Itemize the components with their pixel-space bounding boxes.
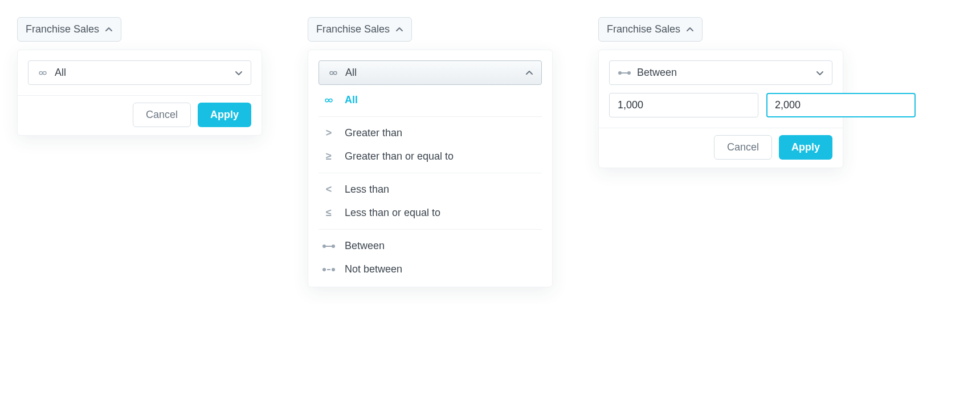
operator-option-lte[interactable]: ≤Less than or equal to: [318, 201, 542, 225]
filter-panel: All Cancel Apply: [17, 50, 262, 136]
operator-select[interactable]: All: [28, 60, 251, 85]
dropdown-separator: [318, 116, 542, 117]
filter-chip[interactable]: Franchise Sales: [17, 17, 121, 42]
dropdown-separator: [318, 229, 542, 230]
cancel-button[interactable]: Cancel: [133, 103, 191, 127]
between-icon: [618, 70, 631, 76]
chevron-up-icon: [105, 26, 113, 34]
filter-chip[interactable]: Franchise Sales: [598, 17, 703, 42]
range-to-input[interactable]: [766, 93, 916, 117]
operator-option-label: Greater than or equal to: [345, 150, 454, 162]
svg-point-5: [332, 268, 335, 271]
chevron-down-icon: [816, 69, 824, 77]
action-row: Cancel Apply: [28, 103, 251, 127]
filter-state-open: Franchise Sales All All>Greater than≥Gre…: [308, 17, 553, 287]
apply-button[interactable]: Apply: [198, 103, 251, 127]
gte-icon: ≥: [322, 150, 336, 162]
operator-option-label: Greater than: [345, 127, 402, 139]
svg-point-8: [627, 71, 631, 75]
infinity-icon: [36, 69, 49, 77]
between-icon: [322, 243, 336, 250]
range-inputs: [609, 93, 832, 117]
operator-option-not_between[interactable]: Not between: [318, 258, 542, 281]
operator-select-label: All: [345, 67, 520, 79]
operator-option-between[interactable]: Between: [318, 234, 542, 258]
operator-select[interactable]: Between: [609, 60, 832, 85]
cancel-button[interactable]: Cancel: [714, 135, 772, 160]
operator-option-label: Not between: [345, 263, 402, 275]
lt-icon: <: [322, 184, 336, 196]
svg-point-6: [618, 71, 622, 75]
range-from-input[interactable]: [609, 93, 758, 117]
chevron-down-icon: [235, 69, 243, 77]
filter-chip[interactable]: Franchise Sales: [308, 17, 412, 42]
lte-icon: ≤: [322, 207, 336, 219]
svg-point-2: [332, 245, 335, 248]
filter-panel-open: All All>Greater than≥Greater than or equ…: [308, 50, 553, 287]
operator-select-label: Between: [637, 67, 810, 79]
dropdown-separator: [318, 173, 542, 173]
filter-chip-label: Franchise Sales: [316, 23, 390, 35]
operator-select[interactable]: All: [318, 60, 542, 85]
svg-point-0: [322, 245, 326, 248]
operator-select-label: All: [55, 67, 229, 79]
operator-option-label: All: [345, 94, 358, 106]
filter-state-closed: Franchise Sales All Cancel Apply: [17, 17, 262, 136]
operator-options-list: All>Greater than≥Greater than or equal t…: [318, 85, 542, 281]
filter-state-between: Franchise Sales Between Cancel: [598, 17, 843, 168]
chevron-up-icon: [686, 26, 694, 34]
action-row: Cancel Apply: [609, 135, 832, 160]
operator-option-all[interactable]: All: [318, 88, 542, 112]
divider: [18, 95, 262, 96]
notbetween-icon: [322, 266, 336, 273]
filter-panel: Between Cancel Apply: [598, 50, 843, 168]
divider: [599, 128, 843, 128]
infinity-icon: [322, 96, 336, 104]
svg-point-3: [322, 268, 326, 271]
apply-button[interactable]: Apply: [779, 135, 832, 160]
filter-chip-label: Franchise Sales: [26, 23, 99, 35]
operator-option-label: Less than: [345, 184, 389, 196]
operator-option-gt[interactable]: >Greater than: [318, 121, 542, 145]
infinity-icon: [327, 69, 340, 77]
operator-option-label: Less than or equal to: [345, 207, 440, 219]
gt-icon: >: [322, 127, 336, 139]
operator-option-label: Between: [345, 240, 385, 252]
chevron-up-icon: [525, 69, 533, 77]
chevron-up-icon: [395, 26, 403, 34]
filter-chip-label: Franchise Sales: [607, 23, 680, 35]
operator-option-lt[interactable]: <Less than: [318, 178, 542, 201]
operator-option-gte[interactable]: ≥Greater than or equal to: [318, 145, 542, 168]
